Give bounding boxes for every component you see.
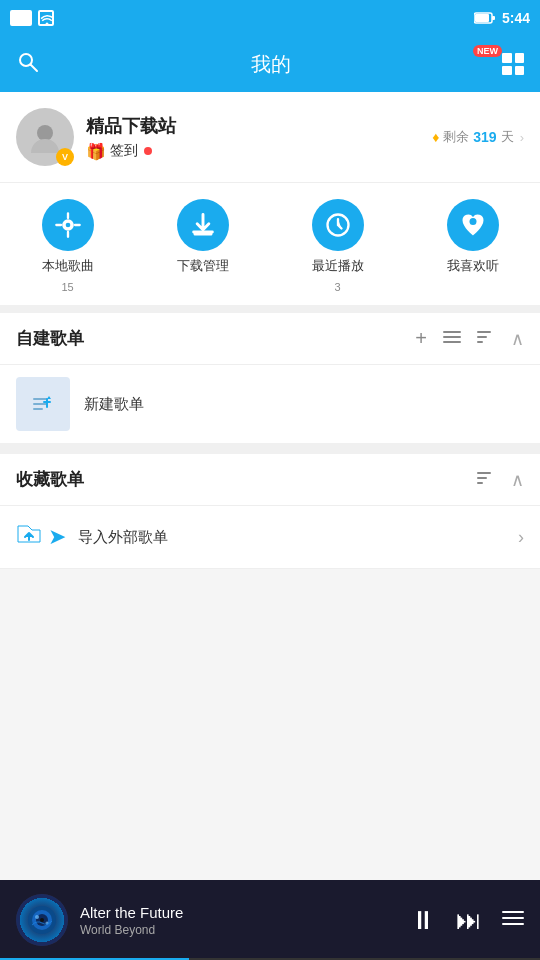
vip-unit: 天 <box>501 128 514 146</box>
recent-label: 最近播放 <box>312 257 364 275</box>
favorites-icon <box>447 199 499 251</box>
header-title: 我的 <box>251 51 291 78</box>
status-bar: 5:44 <box>0 0 540 36</box>
action-download[interactable]: 下载管理 <box>177 199 229 293</box>
diamond-icon: ♦ <box>432 129 439 145</box>
profile-info: 精品下载站 🎁 签到 <box>86 114 176 161</box>
self-created-section-header: 自建歌单 + ∧ <box>0 313 540 365</box>
album-inner <box>16 894 68 946</box>
new-playlist-item[interactable]: 新建歌单 <box>0 365 540 444</box>
next-button[interactable]: ⏭ <box>456 905 482 936</box>
svg-rect-16 <box>477 341 483 343</box>
playlist-button[interactable] <box>502 907 524 934</box>
action-favorites[interactable]: 我喜欢听 <box>447 199 499 293</box>
svg-point-7 <box>65 223 70 228</box>
profile-left: V 精品下载站 🎁 签到 <box>16 108 176 166</box>
svg-rect-19 <box>33 408 43 410</box>
player-controls: ⏸ ⏭ <box>410 905 524 936</box>
checkin-row: 🎁 签到 <box>86 142 176 161</box>
svg-rect-32 <box>502 917 524 919</box>
collapse-saved-button[interactable]: ∧ <box>511 469 524 491</box>
svg-rect-14 <box>477 331 491 333</box>
favorites-count <box>471 281 474 293</box>
local-songs-count: 15 <box>61 281 73 293</box>
player-title: Alter the Future <box>80 904 398 921</box>
wifi-icon <box>38 10 54 26</box>
avatar-wrapper: V <box>16 108 74 166</box>
player-album-art[interactable] <box>16 894 68 946</box>
action-local-songs[interactable]: 本地歌曲 15 <box>42 199 94 293</box>
signal-icon <box>10 10 32 26</box>
svg-rect-31 <box>502 911 524 913</box>
profile-name: 精品下载站 <box>86 114 176 138</box>
new-badge: NEW <box>473 45 502 57</box>
svg-line-4 <box>31 65 38 72</box>
search-icon[interactable] <box>16 50 40 78</box>
status-time: 5:44 <box>502 10 530 26</box>
svg-rect-22 <box>477 472 491 474</box>
checkin-label[interactable]: 签到 <box>110 142 138 160</box>
svg-point-30 <box>40 918 44 922</box>
saved-actions: ∧ <box>477 469 524 491</box>
favorites-label: 我喜欢听 <box>447 257 499 275</box>
gift-icon: 🎁 <box>86 142 106 161</box>
download-icon <box>177 199 229 251</box>
quick-actions: 本地歌曲 15 下载管理 最近播放 3 <box>0 183 540 313</box>
self-created-actions: + ∧ <box>415 327 524 350</box>
recent-count: 3 <box>334 281 340 293</box>
vip-right[interactable]: ♦ 剩余 319 天 › <box>432 128 524 146</box>
header: 我的 NEW <box>0 36 540 92</box>
vip-arrow: › <box>520 130 524 145</box>
svg-rect-12 <box>443 336 461 338</box>
player-info: Alter the Future World Beyond <box>80 904 398 937</box>
svg-rect-24 <box>477 482 483 484</box>
edit-playlist-button[interactable] <box>443 328 461 350</box>
new-playlist-thumb <box>16 377 70 431</box>
status-left-icons <box>10 10 54 26</box>
import-arrow-icon: › <box>518 527 524 548</box>
new-playlist-name: 新建歌单 <box>84 395 144 414</box>
player-subtitle: World Beyond <box>80 923 398 937</box>
import-label: 导入外部歌单 <box>78 528 506 547</box>
import-icon: ➤ <box>16 524 66 550</box>
svg-rect-18 <box>33 403 47 405</box>
collapse-self-created-button[interactable]: ∧ <box>511 328 524 350</box>
play-pause-button[interactable]: ⏸ <box>410 905 436 936</box>
svg-rect-21 <box>43 401 51 403</box>
local-songs-icon <box>42 199 94 251</box>
svg-rect-2 <box>492 16 495 20</box>
svg-rect-15 <box>477 336 487 338</box>
svg-rect-33 <box>502 923 524 925</box>
svg-point-5 <box>37 125 53 141</box>
vip-days: 319 <box>473 129 496 145</box>
svg-point-28 <box>35 915 39 919</box>
local-songs-label: 本地歌曲 <box>42 257 94 275</box>
header-right: NEW <box>502 53 524 75</box>
download-label: 下载管理 <box>177 257 229 275</box>
svg-rect-17 <box>33 398 47 400</box>
sort-saved-button[interactable] <box>477 469 495 491</box>
saved-title: 收藏歌单 <box>16 468 84 491</box>
bottom-player: Alter the Future World Beyond ⏸ ⏭ <box>0 880 540 960</box>
svg-rect-13 <box>443 341 461 343</box>
vip-badge: V <box>56 148 74 166</box>
import-playlist-item[interactable]: ➤ 导入外部歌单 › <box>0 506 540 569</box>
grid-icon[interactable] <box>502 53 524 75</box>
svg-rect-11 <box>443 331 461 333</box>
svg-point-10 <box>469 218 476 225</box>
download-count <box>201 281 204 293</box>
vip-label: 剩余 <box>443 128 469 146</box>
sort-playlist-button[interactable] <box>477 328 495 350</box>
profile-section: V 精品下载站 🎁 签到 ♦ 剩余 319 天 › <box>0 92 540 183</box>
recent-play-icon <box>312 199 364 251</box>
svg-rect-8 <box>193 232 212 236</box>
saved-section-header: 收藏歌单 ∧ <box>0 454 540 506</box>
add-playlist-button[interactable]: + <box>415 327 427 350</box>
section-divider <box>0 444 540 454</box>
svg-rect-23 <box>477 477 487 479</box>
action-recent[interactable]: 最近播放 3 <box>312 199 364 293</box>
svg-rect-1 <box>475 14 489 22</box>
notification-dot <box>144 147 152 155</box>
status-right-icons: 5:44 <box>474 10 530 26</box>
self-created-title: 自建歌单 <box>16 327 84 350</box>
